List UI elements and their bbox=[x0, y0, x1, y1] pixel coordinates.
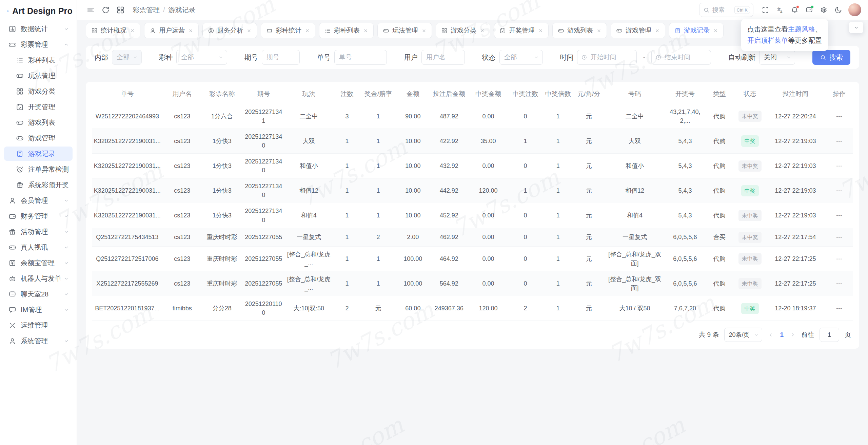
cell-win: 0.00 bbox=[468, 228, 509, 246]
search-button[interactable]: 搜索 bbox=[812, 50, 850, 65]
breadcrumb-section[interactable]: 彩票管理 bbox=[133, 5, 160, 15]
chevron-down-icon bbox=[783, 55, 791, 60]
date-input[interactable] bbox=[665, 54, 707, 61]
close-icon[interactable] bbox=[480, 28, 485, 33]
sidebar-item-member-mgmt[interactable]: 会员管理 bbox=[4, 193, 73, 208]
table-row[interactable]: K32025122722190031...cs1231分快32025122713… bbox=[92, 129, 853, 153]
tab-play-mgmt[interactable]: 玩法管理 bbox=[377, 23, 432, 38]
filter-internal-select[interactable]: 全部 bbox=[112, 50, 142, 65]
dark-mode-button[interactable] bbox=[831, 3, 846, 17]
tab-draw-mgmt[interactable]: 开奖管理 bbox=[494, 23, 549, 38]
fullscreen-button[interactable] bbox=[758, 3, 773, 17]
tab-stats-overview[interactable]: 统计概况 bbox=[86, 23, 140, 38]
app-logo[interactable]: Art Design Pro bbox=[4, 0, 73, 22]
filter-issue-input[interactable] bbox=[262, 50, 300, 65]
table-row[interactable]: Q25122722172517006cs123重庆时时彩20251227055[… bbox=[92, 246, 853, 271]
settings-button[interactable] bbox=[816, 3, 831, 17]
tab-finance-analysis[interactable]: 财务分析 bbox=[202, 23, 257, 38]
sidebar-item-live-video[interactable]: 真人视讯 bbox=[4, 240, 73, 254]
filter-start-time[interactable] bbox=[577, 50, 637, 65]
sidebar-item-im-mgmt[interactable]: IM管理 bbox=[4, 303, 73, 317]
tab-game-records[interactable]: 游戏记录 bbox=[669, 23, 724, 38]
close-icon[interactable] bbox=[713, 28, 718, 33]
sidebar-item-sys-predraw[interactable]: 系统彩预开奖 bbox=[4, 178, 73, 192]
page-size-select[interactable]: 20条/页 bbox=[724, 328, 762, 342]
table-row[interactable]: BET20251220181937...timibbs分分28202512201… bbox=[92, 296, 853, 321]
table-row[interactable]: K32025122722190031...cs1231分快32025122713… bbox=[92, 203, 853, 228]
sidebar-item-game-mgmt[interactable]: 游戏管理 bbox=[4, 131, 73, 145]
cell-play: 和值12 bbox=[284, 178, 333, 203]
date-input[interactable] bbox=[590, 54, 633, 61]
sidebar-item-lottery-mgmt[interactable]: 彩票管理 bbox=[4, 37, 73, 52]
sidebar-item-draw-mgmt[interactable]: 开奖管理 bbox=[4, 100, 73, 114]
filter-status-select[interactable]: 全部 bbox=[499, 50, 543, 65]
messages-button[interactable] bbox=[802, 3, 816, 17]
next-page-button[interactable] bbox=[790, 332, 796, 338]
sidebar-item-ops-mgmt[interactable]: 运维管理 bbox=[4, 318, 73, 332]
msg-icon bbox=[8, 306, 16, 314]
table-row[interactable]: Q25122722175434513cs123重庆时时彩20251227055一… bbox=[92, 228, 853, 246]
sidebar-item-game-category[interactable]: 游戏分类 bbox=[4, 84, 73, 98]
table-row[interactable]: K32025122722190031...cs1231分快32025122713… bbox=[92, 178, 853, 203]
translate-button[interactable]: 文A bbox=[773, 3, 787, 17]
sidebar-item-data-stats[interactable]: 数据统计 bbox=[4, 22, 73, 36]
close-icon[interactable] bbox=[596, 28, 601, 33]
filter-user-input[interactable] bbox=[421, 50, 465, 65]
tab-game-category[interactable]: 游戏分类 bbox=[436, 23, 490, 38]
tab-game-mgmt[interactable]: 游戏管理 bbox=[611, 23, 665, 38]
refresh-button[interactable] bbox=[98, 2, 113, 17]
clock-icon bbox=[655, 54, 662, 60]
sidebar-item-system-mgmt[interactable]: 系统管理 bbox=[4, 334, 73, 348]
close-icon[interactable] bbox=[421, 28, 427, 33]
table-row[interactable]: X25122722172555269cs123重庆时时彩20251227055[… bbox=[92, 271, 853, 296]
close-icon[interactable] bbox=[363, 28, 368, 33]
close-icon[interactable] bbox=[188, 28, 193, 33]
collapse-menu-button[interactable] bbox=[83, 2, 98, 17]
close-icon[interactable] bbox=[655, 28, 660, 33]
cell-odds: 1 bbox=[361, 271, 395, 296]
notifications-button[interactable] bbox=[787, 3, 802, 17]
tooltip-link[interactable]: 主题风格 bbox=[788, 25, 815, 33]
filter-end-time[interactable] bbox=[651, 50, 711, 65]
prev-page-button[interactable] bbox=[768, 332, 774, 338]
grid-icon bbox=[91, 27, 98, 34]
sidebar-item-activity-mgmt[interactable]: 活动管理 bbox=[4, 225, 73, 239]
table-row[interactable]: W25122722202464993cs1231分六合202512271341二… bbox=[92, 104, 853, 129]
sidebar-item-chatroom28[interactable]: 聊天室28 bbox=[4, 287, 73, 301]
close-icon[interactable] bbox=[305, 28, 310, 33]
cell-win_mult: 1 bbox=[542, 228, 574, 246]
cell-amount: 100.00 bbox=[396, 271, 430, 296]
sidebar-item-play-mgmt[interactable]: 玩法管理 bbox=[4, 69, 73, 83]
close-icon[interactable] bbox=[246, 28, 252, 33]
sidebar-item-finance-mgmt[interactable]: 财务管理 bbox=[4, 209, 73, 223]
apps-button[interactable] bbox=[113, 2, 128, 17]
chevron-up-icon bbox=[63, 42, 69, 47]
cell-status: 未中奖 bbox=[734, 246, 766, 271]
close-icon[interactable] bbox=[538, 28, 543, 33]
sidebar-item-game-list[interactable]: 游戏列表 bbox=[4, 115, 73, 130]
filter-auto-refresh-label: 自动刷新 bbox=[728, 53, 755, 62]
tab-user-operation[interactable]: 用户运营 bbox=[144, 23, 199, 38]
tab-lottery-list[interactable]: 彩种列表 bbox=[319, 23, 374, 38]
sidebar-item-yuebao-mgmt[interactable]: 余额宝管理 bbox=[4, 256, 73, 270]
table-row[interactable]: K32025122722190031...cs1231分快32025122713… bbox=[92, 154, 853, 178]
filter-order-input[interactable] bbox=[334, 50, 387, 65]
tab-game-list[interactable]: 游戏列表 bbox=[552, 23, 607, 38]
avatar[interactable] bbox=[848, 3, 861, 16]
sidebar-item-game-records[interactable]: 游戏记录 bbox=[4, 147, 73, 161]
sidebar-item-lottery-list[interactable]: 彩种列表 bbox=[4, 53, 73, 67]
sidebar-item-label: 游戏记录 bbox=[28, 149, 55, 158]
current-page[interactable]: 1 bbox=[779, 331, 784, 338]
filter-auto-refresh-select[interactable]: 关闭 bbox=[759, 50, 795, 65]
sidebar-item-bet-anomaly[interactable]: 注单异常检测 bbox=[4, 162, 73, 176]
filter-lottery-select[interactable]: 全部 bbox=[176, 50, 227, 65]
sidebar-item-robot-orders[interactable]: 机器人与发单 bbox=[4, 271, 73, 286]
tab-lottery-stats[interactable]: 彩种统计 bbox=[261, 23, 315, 38]
global-search[interactable]: 搜索 Ctrl K bbox=[699, 3, 753, 17]
tooltip-link[interactable]: 开启顶栏菜单 bbox=[747, 37, 788, 44]
goto-page-input[interactable] bbox=[820, 328, 839, 342]
avatar-dropdown-button[interactable] bbox=[849, 22, 863, 33]
pagination: 共 9 条 20条/页 1 前往 页 bbox=[92, 321, 853, 343]
close-icon[interactable] bbox=[130, 28, 135, 33]
cell-win_bets: 2 bbox=[509, 296, 542, 321]
